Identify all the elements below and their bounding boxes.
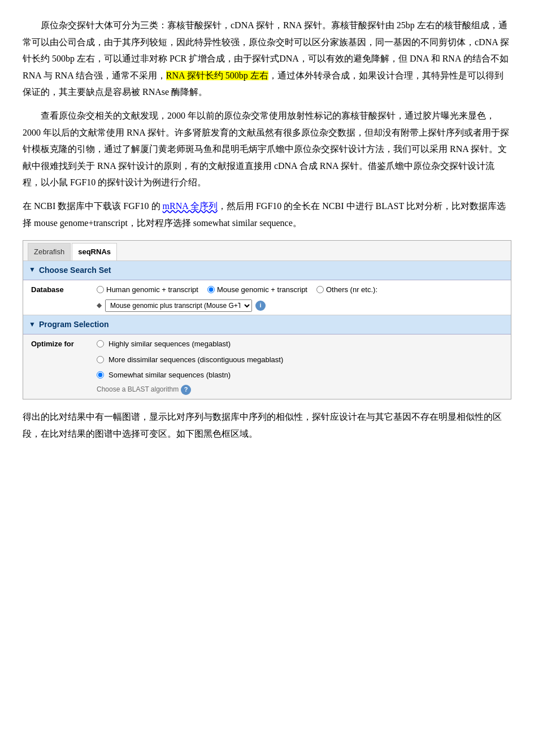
- paragraph-2: 查看原位杂交相关的文献发现，2000 年以前的原位杂交常使用放射性标记的寡核苷酸…: [23, 107, 511, 191]
- radio-human[interactable]: Human genomic + transcript: [97, 283, 198, 296]
- algo-info-button[interactable]: ?: [181, 385, 191, 395]
- radio-mouse-label: Mouse genomic + transcript: [217, 283, 307, 296]
- collapse-arrow[interactable]: ▼: [29, 264, 36, 276]
- program-table: Optimize for Highly similar sequences (m…: [23, 334, 511, 399]
- radio-human-input[interactable]: [97, 286, 104, 293]
- database-label: Database: [23, 280, 91, 315]
- optimize-label: Optimize for: [23, 334, 91, 399]
- highlight-mrna: mRNA 全序列: [163, 201, 218, 211]
- database-select-row: ◆ Mouse genomic plus transcript (Mouse G…: [97, 299, 505, 312]
- choose-search-set-label: Choose Search Set: [39, 263, 111, 277]
- radio-others[interactable]: Others (nr etc.):: [316, 283, 377, 296]
- radio-mouse-input[interactable]: [207, 286, 215, 293]
- radio-blastn[interactable]: [97, 371, 104, 379]
- blast-interface: Zebrafish seqRNAs ▼ Choose Search Set Da…: [23, 240, 511, 399]
- tab-zebrafish[interactable]: Zebrafish: [28, 243, 71, 260]
- program-selection-bar: ▼ Program Selection: [23, 315, 511, 334]
- database-row: Database Human genomic + transcript Mous…: [23, 280, 511, 315]
- database-table: Database Human genomic + transcript Mous…: [23, 280, 511, 315]
- radio-human-label: Human genomic + transcript: [106, 283, 198, 296]
- opt-blastn-label: Somewhat similar sequences (blastn): [108, 368, 231, 381]
- opt-discontig[interactable]: More dissimilar sequences (discontiguous…: [97, 353, 505, 366]
- opt-megablast[interactable]: Highly similar sequences (megablast): [97, 337, 505, 350]
- radio-discontig[interactable]: [97, 356, 104, 363]
- paragraph-after: 得出的比对结果中有一幅图谱，显示比对序列与数据库中序列的相似性，探针应设计在与其…: [23, 409, 511, 442]
- bullet: ◆: [97, 299, 102, 312]
- paragraph-3: 在 NCBI 数据库中下载该 FGF10 的 mRNA 全序列，然后用 FGF1…: [23, 198, 511, 231]
- paragraph-1: 原位杂交探针大体可分为三类：寡核苷酸探针，cDNA 探针，RNA 探针。寡核苷酸…: [23, 17, 511, 101]
- choose-algo-row: Choose a BLAST algorithm ?: [97, 384, 505, 396]
- program-selection-label: Program Selection: [39, 318, 109, 332]
- opt-blastn[interactable]: Somewhat similar sequences (blastn): [97, 368, 505, 381]
- db-info-button[interactable]: i: [255, 301, 266, 311]
- radio-megablast[interactable]: [97, 340, 104, 347]
- highlight-rna-probe: RNA 探针长约 500bp 左右: [166, 71, 268, 80]
- database-select[interactable]: Mouse genomic plus transcript (Mouse G+T…: [105, 299, 252, 312]
- radio-others-label: Others (nr etc.):: [326, 283, 377, 296]
- optimize-options: Highly similar sequences (megablast) Mor…: [91, 334, 511, 399]
- program-collapse-arrow[interactable]: ▼: [29, 319, 36, 331]
- choose-search-set-bar: ▼ Choose Search Set: [23, 261, 511, 280]
- opt-megablast-label: Highly similar sequences (megablast): [108, 337, 231, 350]
- blast-tabs: Zebrafish seqRNAs: [23, 241, 511, 260]
- tab-seqrnas[interactable]: seqRNAs: [72, 243, 117, 260]
- optimize-row: Optimize for Highly similar sequences (m…: [23, 334, 511, 399]
- opt-discontig-label: More dissimilar sequences (discontiguous…: [108, 353, 283, 366]
- radio-others-input[interactable]: [316, 286, 324, 293]
- database-options: Human genomic + transcript Mouse genomic…: [91, 280, 511, 315]
- choose-algo-label: Choose a BLAST algorithm: [97, 384, 179, 396]
- radio-mouse[interactable]: Mouse genomic + transcript: [207, 283, 307, 296]
